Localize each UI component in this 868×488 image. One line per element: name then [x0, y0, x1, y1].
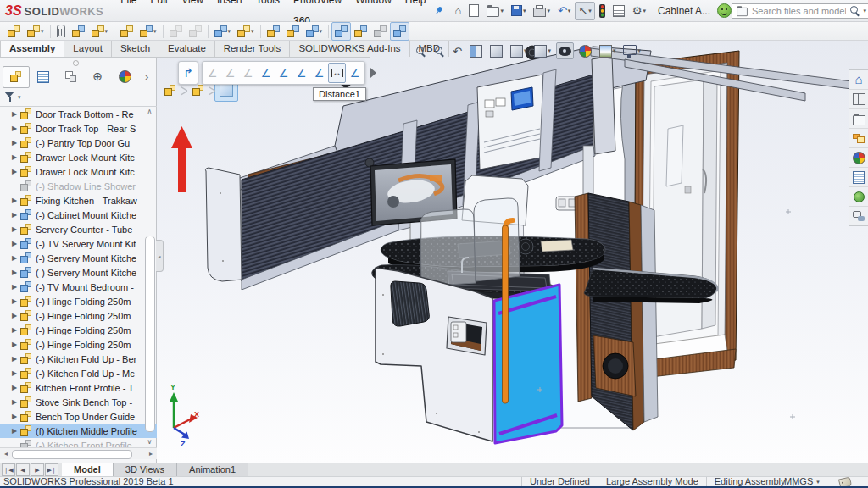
edit-appearance-button[interactable] [576, 42, 594, 59]
mate-angle-button[interactable]: ∠ [310, 63, 328, 83]
scroll-up-icon[interactable]: ∧ [144, 107, 155, 117]
doc-tab-3d-views[interactable]: 3D Views [114, 463, 177, 476]
horizontal-scroll-thumb[interactable] [12, 450, 132, 459]
interference-detection-button[interactable] [351, 22, 370, 41]
tree-item[interactable]: ▶(-) Hinge Folding 250m [0, 323, 157, 337]
model-tall-cabinet[interactable] [575, 193, 658, 430]
taskpane-view-palette[interactable] [849, 129, 868, 148]
view-settings-dropdown-icon[interactable]: ▾ [637, 48, 641, 53]
expand-icon[interactable]: ▶ [12, 168, 20, 175]
pin-menu-icon[interactable] [434, 6, 443, 16]
tree-item[interactable]: ▶Door Track Bottom - Re [0, 107, 157, 121]
mate-flyout-button[interactable]: ↱ [178, 61, 198, 85]
save-button[interactable]: ▾ [508, 2, 530, 20]
take-snapshot-button[interactable] [370, 22, 390, 41]
bill-of-materials-button[interactable] [283, 22, 303, 41]
expand-icon[interactable]: ▶ [12, 398, 20, 406]
select-button[interactable]: ↖▾ [575, 2, 594, 20]
expand-icon[interactable]: ▶ [12, 211, 20, 219]
undo-button[interactable]: ↶▾ [554, 2, 574, 20]
tree-item[interactable]: ▶Drawer Lock Mount Kitc [0, 150, 157, 164]
tree-item[interactable]: ▶(-) Hinge Folding 250m [0, 294, 157, 308]
exploded-view-button[interactable]: ▾ [303, 22, 326, 41]
edit-component-button[interactable] [4, 22, 24, 41]
linear-component-pattern-button[interactable]: ▾ [88, 22, 112, 41]
reference-geometry-dropdown-icon[interactable]: ▾ [251, 29, 254, 34]
mate-coincident-button[interactable]: ∠ [203, 63, 221, 83]
doc-tab-model[interactable]: Model [62, 463, 114, 476]
taskpane-design-library[interactable] [849, 90, 868, 109]
doc-tab-nav-previous-button[interactable]: ◀ [16, 463, 30, 476]
move-component-button[interactable]: ▾ [136, 22, 160, 41]
taskpane-custom-properties[interactable] [849, 168, 868, 187]
search-scope-icon[interactable] [737, 8, 748, 16]
print-dropdown-icon[interactable]: ▾ [547, 8, 550, 14]
mate-perpendicular-button[interactable]: ∠ [239, 63, 257, 83]
tree-item[interactable]: ▶(-) Servery Mount Kitche [0, 265, 157, 280]
tree-item[interactable]: ▶Fixing Kitchen - Trakkaw [0, 193, 157, 208]
exploded-view-dropdown-icon[interactable]: ▾ [320, 29, 323, 34]
annotation-views-button[interactable] [487, 42, 505, 59]
search-input[interactable]: Search files and models ▾ [732, 3, 868, 19]
expand-icon[interactable]: ▶ [12, 240, 20, 247]
tree-item[interactable]: ▶Drawer Lock Mount Kitc [0, 164, 157, 179]
doc-tab-animation1[interactable]: Animation1 [177, 463, 248, 476]
expand-icon[interactable]: ▶ [12, 125, 20, 132]
mate-distance-button[interactable]: ↔ [328, 63, 346, 83]
apply-scene-dropdown-icon[interactable]: ▾ [613, 48, 616, 53]
panel-tab-configurationmanager[interactable] [57, 66, 84, 88]
tree-item[interactable]: ▶(f) Kitchen Middle Profile [0, 424, 157, 438]
expand-icon[interactable]: ▶ [12, 297, 20, 305]
tree-item[interactable]: ▶Kitchen Front Profile - T [0, 380, 157, 395]
filter-icon[interactable] [4, 92, 16, 103]
tab-sketch[interactable]: Sketch [112, 41, 159, 57]
assembly-features-button[interactable]: ▾ [211, 22, 235, 41]
taskpane-appearances-scenes[interactable] [849, 148, 868, 168]
previous-view-button[interactable]: ↶ [450, 42, 465, 59]
save-dropdown-icon[interactable]: ▾ [523, 8, 526, 14]
expand-icon[interactable]: ▶ [12, 384, 20, 391]
assembly-features-dropdown-icon[interactable]: ▾ [228, 29, 231, 34]
tree-vertical-scrollbar[interactable]: ∧ ∨ [144, 107, 155, 447]
view-orientation-button[interactable]: ▾ [508, 42, 530, 59]
insert-components-button[interactable]: ▾ [24, 22, 47, 41]
doc-tab-nav-next-button[interactable]: ▶ [31, 463, 44, 476]
display-style-dropdown-icon[interactable]: ▾ [548, 48, 551, 53]
options-dropdown-icon[interactable]: ▾ [643, 8, 646, 14]
reference-geometry-button[interactable]: ▾ [234, 22, 258, 41]
hide-show-items-button[interactable] [556, 42, 574, 59]
open-button[interactable]: ▾ [483, 2, 507, 20]
scroll-left-icon[interactable]: ◂ [1, 449, 11, 458]
expand-icon[interactable]: ▶ [12, 326, 20, 334]
tab-assembly[interactable]: Assembly [0, 41, 64, 57]
move-component-dropdown-icon[interactable]: ▾ [153, 29, 157, 34]
panel-tab-dimxpertmanager[interactable]: ⊕ [84, 66, 111, 88]
mate-more-options-icon[interactable] [370, 68, 376, 78]
filter-dropdown-icon[interactable]: ▾ [18, 95, 21, 100]
expand-icon[interactable]: ▶ [12, 413, 20, 420]
tree-item[interactable]: ▶(-) Servery Mount Kitche [0, 251, 157, 265]
panel-collapse-handle[interactable]: ◂ [156, 240, 164, 272]
show-hidden-components-button[interactable] [69, 22, 88, 41]
tree-item[interactable]: ▶Stove Sink Bench Top - [0, 395, 157, 409]
tree-item[interactable]: (-) Shadow Line Shower [0, 179, 157, 193]
tree-item[interactable]: ▶(-) TV Servery Mount Kit [0, 236, 157, 251]
print-button[interactable]: ▾ [530, 2, 554, 20]
display-style-button[interactable]: ▾ [531, 42, 554, 59]
select-dropdown-icon[interactable]: ▾ [588, 8, 592, 14]
vertical-scroll-thumb[interactable] [145, 236, 155, 432]
open-dropdown-icon[interactable]: ▾ [500, 8, 504, 14]
tree-item[interactable]: ▶(-) Pantry Top Door Gu [0, 136, 157, 150]
mate-button[interactable] [53, 22, 69, 41]
tab-evaluate[interactable]: Evaluate [159, 41, 215, 57]
tree-item[interactable]: ▶Door Track Top - Rear S [0, 121, 157, 136]
expand-icon[interactable]: ▶ [12, 269, 20, 276]
expand-icon[interactable]: ▶ [12, 427, 20, 435]
panel-tab-featuremanager-design-tree[interactable] [3, 66, 30, 88]
scroll-right-icon[interactable]: ▸ [146, 449, 156, 458]
mate-lock-button[interactable]: ∠ [292, 63, 310, 83]
doc-tab-nav-last-button[interactable]: ▶❘ [45, 463, 58, 476]
instant3d-button[interactable] [331, 22, 351, 41]
expand-icon[interactable]: ▶ [12, 355, 20, 363]
zoom-to-fit-button[interactable] [413, 42, 429, 59]
